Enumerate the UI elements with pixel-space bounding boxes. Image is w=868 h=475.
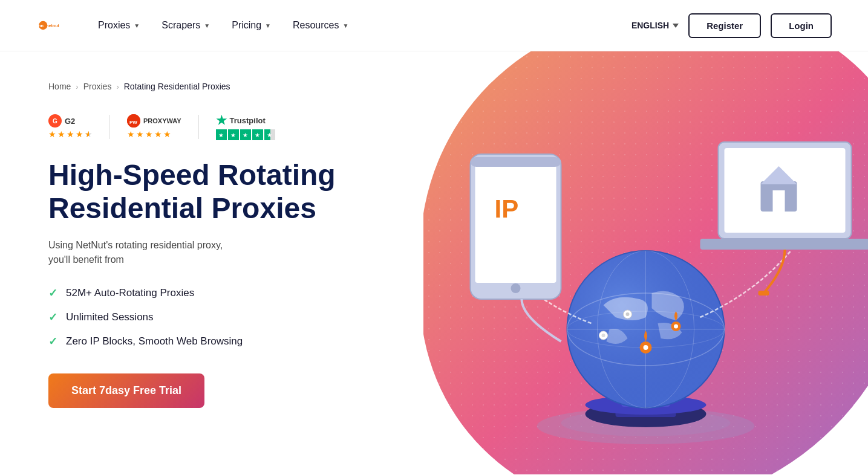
chevron-down-icon: ▼	[134, 22, 140, 29]
badge-divider-1	[109, 115, 110, 139]
tp-star-3: ★	[240, 129, 251, 140]
trustpilot-stars: ★ ★ ★ ★ ★	[216, 129, 275, 140]
svg-rect-30	[471, 157, 561, 167]
language-selector[interactable]: ENGLISH	[631, 21, 679, 30]
badge-divider-2	[198, 115, 199, 139]
tp-star-1: ★	[216, 129, 227, 140]
chevron-down-icon: ▼	[265, 22, 271, 29]
pw-star-3: ★	[145, 129, 153, 139]
nav-item-pricing[interactable]: Pricing ▼	[232, 20, 271, 31]
review-badges: G G2 ★ ★ ★ ★ ★ ★	[48, 113, 387, 140]
g2-badge-top: G G2	[48, 114, 75, 128]
trustpilot-logo: ★	[216, 113, 227, 128]
feature-item-2: ✓ Unlimited Sessions	[48, 311, 387, 324]
nav-item-scrapers[interactable]: Scrapers ▼	[162, 20, 210, 31]
check-icon-1: ✓	[48, 286, 57, 300]
star-1: ★	[48, 129, 56, 139]
check-icon-2: ✓	[48, 311, 57, 324]
tp-star-4: ★	[252, 129, 263, 140]
svg-point-19	[626, 312, 630, 316]
check-icon-3: ✓	[48, 335, 57, 348]
breadcrumb: Home › Proxies › Rotating Residential Pr…	[48, 82, 387, 91]
proxyway-stars: ★ ★ ★ ★ ★	[127, 129, 171, 139]
feature-item-1: ✓ 52M+ Auto-Rotating Proxies	[48, 286, 387, 300]
trustpilot-label: Trustpilot	[230, 116, 266, 125]
register-button[interactable]: Register	[688, 13, 761, 38]
nav-right: ENGLISH Register Login	[631, 13, 832, 38]
star-5: ★ ★	[85, 129, 93, 139]
g2-logo: G	[48, 114, 62, 128]
svg-point-23	[674, 325, 678, 329]
pw-star-2: ★	[136, 129, 144, 139]
breadcrumb-current: Rotating Residential Proxies	[124, 82, 230, 91]
chevron-down-icon: ▼	[204, 22, 210, 29]
svg-point-25	[602, 334, 605, 337]
hero-illustration: IP	[423, 51, 868, 474]
hero-section: Home › Proxies › Rotating Residential Pr…	[0, 51, 868, 474]
pw-star-4: ★	[154, 129, 162, 139]
star-3: ★	[67, 129, 74, 139]
chevron-down-icon: ▼	[343, 22, 349, 29]
cta-button[interactable]: Start 7dasy Free Trial	[48, 373, 204, 408]
proxyway-badge-top: PW PROXYWAY	[127, 114, 181, 128]
svg-text:IP: IP	[495, 195, 519, 223]
tp-star-5: ★	[264, 129, 275, 140]
breadcrumb-proxies[interactable]: Proxies	[83, 82, 112, 91]
proxyway-label: PROXYWAY	[143, 117, 181, 124]
nav-links: Proxies ▼ Scrapers ▼ Pricing ▼ Resources…	[98, 20, 631, 31]
svg-text:PW: PW	[129, 120, 137, 125]
hero-headline: High-Speed Rotating Residential Proxies	[48, 158, 363, 225]
svg-point-21	[644, 345, 648, 350]
pw-star-5: ★	[163, 129, 171, 139]
navbar: nn netnut Proxies ▼ Scrapers ▼ Pricing ▼…	[0, 0, 868, 51]
nav-item-resources[interactable]: Resources ▼	[293, 20, 348, 31]
proxyway-badge: PW PROXYWAY ★ ★ ★ ★ ★	[127, 114, 181, 139]
breadcrumb-home[interactable]: Home	[48, 82, 71, 91]
feature-item-3: ✓ Zero IP Blocks, Smooth Web Browsing	[48, 335, 387, 348]
chevron-down-icon	[673, 24, 679, 28]
star-2: ★	[57, 129, 65, 139]
logo[interactable]: nn netnut	[36, 11, 68, 40]
svg-rect-38	[759, 291, 769, 296]
g2-stars: ★ ★ ★ ★ ★ ★	[48, 129, 93, 139]
star-4: ★	[76, 129, 83, 139]
pw-star-1: ★	[127, 129, 135, 139]
trustpilot-badge-top: ★ Trustpilot	[216, 113, 266, 128]
nav-item-proxies[interactable]: Proxies ▼	[98, 20, 140, 31]
trustpilot-badge: ★ Trustpilot ★ ★ ★ ★ ★	[216, 113, 275, 140]
tp-star-2: ★	[228, 129, 239, 140]
g2-label: G2	[65, 117, 75, 126]
svg-rect-36	[773, 190, 785, 212]
svg-text:netnut: netnut	[46, 23, 60, 28]
proxyway-logo: PW	[127, 114, 140, 128]
breadcrumb-sep-2: ›	[116, 82, 119, 91]
hero-right: IP	[423, 51, 868, 474]
login-button[interactable]: Login	[771, 13, 832, 38]
hero-subtitle: Using NetNut's rotating residential prox…	[48, 238, 387, 267]
breadcrumb-sep-1: ›	[76, 82, 78, 91]
svg-text:nn: nn	[38, 23, 44, 28]
svg-point-31	[511, 283, 521, 293]
g2-badge: G G2 ★ ★ ★ ★ ★ ★	[48, 114, 93, 139]
hero-left: Home › Proxies › Rotating Residential Pr…	[0, 51, 423, 474]
svg-rect-37	[700, 239, 869, 250]
feature-list: ✓ 52M+ Auto-Rotating Proxies ✓ Unlimited…	[48, 286, 387, 348]
